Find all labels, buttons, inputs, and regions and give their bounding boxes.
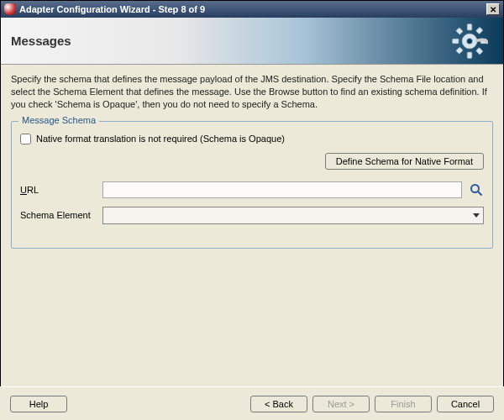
content-area: Specify the schema that defines the mess… <box>1 65 503 384</box>
svg-rect-7 <box>476 48 483 55</box>
svg-rect-3 <box>467 52 471 58</box>
opaque-checkbox-row: Native format translation is not require… <box>20 134 484 144</box>
svg-rect-4 <box>453 39 459 43</box>
svg-rect-6 <box>456 28 463 34</box>
url-input[interactable] <box>102 181 462 198</box>
app-icon <box>4 3 16 15</box>
url-label: URL <box>20 185 96 195</box>
window-title: Adapter Configuration Wizard - Step 8 of… <box>19 4 486 14</box>
next-button[interactable]: Next > <box>312 396 370 412</box>
back-button[interactable]: < Back <box>250 396 307 412</box>
opaque-checkbox[interactable] <box>20 134 31 144</box>
titlebar: Adapter Configuration Wizard - Step 8 of… <box>1 1 503 18</box>
svg-point-1 <box>466 38 472 44</box>
browse-icon[interactable] <box>469 182 484 197</box>
group-legend: Message Schema <box>18 115 99 125</box>
svg-rect-8 <box>476 27 483 34</box>
banner: Messages <box>1 18 503 65</box>
svg-rect-9 <box>456 47 463 54</box>
message-schema-group: Message Schema Native format translation… <box>11 121 493 249</box>
schema-element-label: Schema Element <box>20 210 96 220</box>
cancel-button[interactable]: Cancel <box>437 396 494 412</box>
svg-point-10 <box>471 185 479 192</box>
instructions-text: Specify the schema that defines the mess… <box>11 73 493 111</box>
opaque-checkbox-label: Native format translation is not require… <box>36 134 285 144</box>
footer: Help < Back Next > Finish Cancel <box>0 386 504 420</box>
svg-rect-2 <box>467 24 471 30</box>
svg-line-11 <box>478 192 482 196</box>
gear-icon <box>451 23 488 60</box>
close-button[interactable]: ✕ <box>486 3 500 15</box>
page-title: Messages <box>11 34 71 48</box>
finish-button[interactable]: Finish <box>375 396 432 412</box>
help-button[interactable]: Help <box>10 396 67 412</box>
define-schema-button[interactable]: Define Schema for Native Format <box>325 153 484 170</box>
schema-element-select[interactable] <box>102 207 484 224</box>
